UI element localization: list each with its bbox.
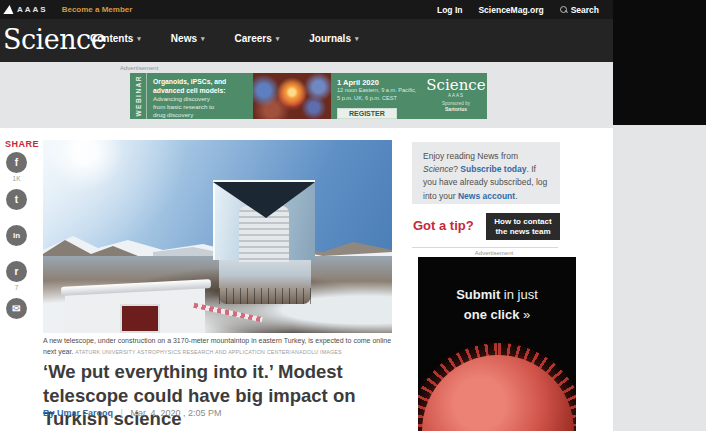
nav-contents[interactable]: Contents ▾	[90, 33, 141, 44]
aaas-logo[interactable]: AAAS	[4, 5, 48, 14]
search-icon	[560, 6, 567, 13]
nav-news[interactable]: News ▾	[171, 33, 205, 44]
sponsor-name: Sartorius	[425, 106, 487, 112]
byline-separator: |	[121, 408, 123, 418]
support-building	[65, 288, 205, 333]
sidebar-divider	[412, 247, 558, 248]
contact-news-team-button[interactable]: How to contact the news team	[486, 213, 560, 240]
sciencemag-link[interactable]: ScienceMag.org	[478, 5, 543, 15]
leaderboard-ad-label: Advertisement	[120, 65, 158, 71]
register-button[interactable]: REGISTER	[337, 108, 397, 119]
chevron-down-icon: ▾	[137, 35, 141, 43]
email-share-icon[interactable]: ✉	[6, 298, 27, 319]
linkedin-share-icon[interactable]: in	[6, 225, 27, 246]
author-link[interactable]: By Umar Farooq	[43, 408, 113, 418]
utility-links: Log In ScienceMag.org Search	[437, 5, 599, 15]
facebook-share-icon[interactable]: f	[6, 152, 27, 173]
offpage-black-area	[613, 0, 706, 125]
webinar-cells-image	[253, 73, 331, 119]
chevron-down-icon: ▾	[201, 35, 205, 43]
chevron-down-icon: ▾	[276, 35, 280, 43]
webinar-tab: WEBINAR	[130, 73, 147, 119]
article-headline: ‘We put everything into it.’ Modest tele…	[43, 360, 411, 431]
got-a-tip-label: Got a tip?	[413, 218, 474, 233]
main-nav-bar: Science Contents ▾ News ▾ Careers ▾ Jour…	[0, 19, 613, 62]
aaas-logo-mark-icon	[3, 5, 14, 14]
webinar-brand: Science AAAS Sponsored by Sartorius	[425, 73, 487, 119]
subscribe-promo-box: Enjoy reading News from Science? Subscri…	[412, 142, 560, 204]
search-label: Search	[571, 5, 599, 15]
utility-bar: AAAS Become a Member Log In ScienceMag.o…	[0, 0, 613, 19]
primary-nav: Contents ▾ News ▾ Careers ▾ Journals ▾	[90, 33, 358, 44]
telescope-opening	[213, 182, 315, 218]
subscribe-today-link[interactable]: Subscribe today	[460, 164, 526, 174]
article-photo	[43, 140, 392, 333]
sidebar-ad-label: Advertisement	[412, 250, 576, 256]
photo-credit: ATATURK UNIVERSITY ASTROPHYSICS RESEARCH…	[75, 349, 341, 355]
search-button[interactable]: Search	[560, 5, 599, 15]
content-panel: SHARE f 1K t in r 7 ✉ A new telescope, u…	[0, 128, 613, 431]
webinar-banner-ad[interactable]: WEBINAR Organoids, iPSCs, and advanced c…	[130, 73, 487, 119]
nav-journals[interactable]: Journals ▾	[309, 33, 358, 44]
reddit-share-icon[interactable]: r	[6, 261, 27, 282]
webinar-schedule: 1 April 2020 12 noon Eastern, 9 a.m. Pac…	[331, 73, 425, 119]
news-account-link[interactable]: News account	[458, 191, 515, 201]
telescope-scaffolding	[219, 288, 311, 304]
become-member-link[interactable]: Become a Member	[62, 5, 133, 14]
log-in-link[interactable]: Log In	[437, 5, 463, 15]
twitter-share-icon[interactable]: t	[6, 189, 27, 210]
article-byline: By Umar Farooq | Mar. 4, 2020 , 2:05 PM	[43, 408, 221, 418]
telescope-enclosure	[213, 180, 315, 260]
share-label: SHARE	[5, 139, 39, 149]
webinar-title: Organoids, iPSCs, and advanced cell mode…	[147, 73, 253, 119]
submit-one-click-ad[interactable]: Submit in just one click »	[418, 257, 576, 431]
chevron-down-icon: ▾	[355, 35, 359, 43]
building-door	[120, 304, 160, 333]
article-date: Mar. 4, 2020 , 2:05 PM	[130, 408, 221, 418]
facebook-share-count: 1K	[6, 175, 27, 182]
aaas-logo-text: AAAS	[17, 5, 48, 14]
nav-careers[interactable]: Careers ▾	[235, 33, 280, 44]
science-brand-logo: Science	[425, 78, 487, 93]
reddit-share-count: 7	[6, 284, 27, 291]
photo-caption: A new telescope, under construction on a…	[43, 336, 395, 357]
